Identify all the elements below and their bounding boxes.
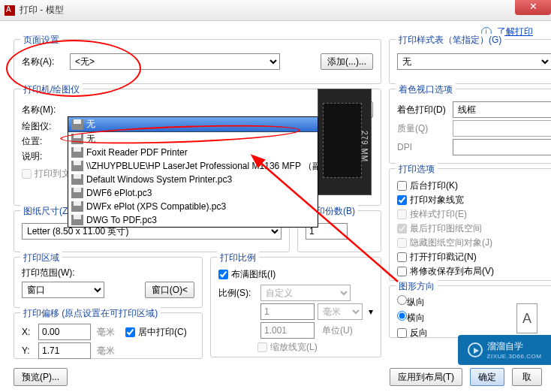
page-setup-group: 页面设置 名称(A): <无> 添加(...)... <box>14 39 381 84</box>
unit-select: 毫米 <box>318 303 363 320</box>
title-bar: 打印 - 模型 ✕ <box>0 0 551 21</box>
apply-layout-button[interactable]: 应用到布局(T) <box>390 368 462 386</box>
plot-offset-group: 打印偏移 (原点设置在可打印区域) X: 毫米 居中打印(C) Y: 毫米 <box>14 312 203 359</box>
lastpaper-checkbox: 最后打印图纸空间 <box>397 222 551 235</box>
dropdown-item[interactable]: DWF6 ePlot.pc3 <box>68 186 318 200</box>
center-checkbox[interactable]: 居中打印(C) <box>125 326 187 339</box>
dpi-label: DPI <box>397 142 450 152</box>
dropdown-item[interactable]: \\ZHUYPBLUE\HP LaserJet Professional M11… <box>68 159 318 173</box>
viewport-title: 着色视口选项 <box>396 83 456 96</box>
dropdown-item[interactable]: Foxit Reader PDF Printer <box>68 146 318 159</box>
plot-style-select[interactable]: 无 <box>397 53 551 70</box>
stamp-checkbox[interactable]: 打开打印戳记(N) <box>397 251 551 264</box>
printer-icon <box>71 201 83 212</box>
fit-checkbox[interactable]: 布满图纸(I) <box>218 268 276 281</box>
style-title: 打印样式表（笔指定）(G) <box>396 34 504 47</box>
bg-print-checkbox[interactable]: 后台打印(K) <box>397 179 551 192</box>
area-title: 打印区域 <box>20 252 62 264</box>
printer-name-label: 名称(M): <box>22 104 67 116</box>
plot-scale-group: 打印比例 布满图纸(I) 比例(S): 自定义 毫米 ▾ <box>210 257 381 357</box>
printer-title: 打印机/绘图仪 <box>20 83 83 96</box>
play-icon <box>468 342 483 357</box>
quality-select <box>453 120 551 137</box>
window-title: 打印 - 模型 <box>20 4 64 17</box>
dpi-input <box>453 139 551 155</box>
cancel-button[interactable]: 取 <box>512 368 542 386</box>
app-icon <box>5 5 15 16</box>
range-label: 打印范围(W): <box>22 267 194 279</box>
printer-icon <box>71 174 83 185</box>
dropdown-item[interactable]: DWFx ePlot (XPS Compatible).pc3 <box>68 200 318 213</box>
range-select[interactable]: 窗口 <box>22 282 104 298</box>
scale-title: 打印比例 <box>217 252 259 264</box>
ratio-label: 比例(S): <box>218 287 257 300</box>
plotter-label: 绘图仪: <box>22 120 67 133</box>
quality-label: 质量(Q) <box>397 122 450 135</box>
paper-title: 图纸尺寸(Z) <box>20 205 74 218</box>
watermark-badge: 溜溜自学ZIXUE.3D66.COM <box>458 335 551 365</box>
viewport-group: 着色视口选项 着色打印(D) 线框 质量(Q) DPI <box>389 89 551 164</box>
printer-icon <box>71 188 83 198</box>
offset-x-unit: 毫米 <box>97 326 115 339</box>
scale-num-input <box>260 303 315 320</box>
plot-style-group: 打印样式表（笔指定）(G) 无 … <box>389 39 551 84</box>
preview-button[interactable]: 预览(P)... <box>14 368 68 386</box>
description-label: 说明: <box>22 150 67 163</box>
footer: 预览(P)... 应用到布局(T) 确定 取 <box>0 368 551 386</box>
save-layout-checkbox[interactable]: 将修改保存到布局(V) <box>397 265 551 278</box>
lw-checkbox[interactable]: 打印对象线宽 <box>397 194 551 207</box>
print-to-file-checkbox: 打印到文 <box>22 167 71 180</box>
paper-preview: 279 MM <box>318 89 372 195</box>
plot-area-group: 打印区域 打印范围(W): 窗口 窗口(O)< <box>14 257 203 308</box>
close-button[interactable]: ✕ <box>515 0 551 15</box>
page-setup-title: 页面设置 <box>20 34 62 47</box>
offset-y-unit: 毫米 <box>97 345 115 357</box>
hidepaper-checkbox: 隐藏图纸空间对象(J) <box>397 237 551 249</box>
scale-den-input <box>260 322 315 339</box>
shade-select[interactable]: 线框 <box>453 101 551 118</box>
location-label: 位置: <box>22 135 67 148</box>
offset-y-input[interactable] <box>38 342 91 359</box>
den-unit-label: 单位(U) <box>322 324 353 337</box>
options-title: 打印选项 <box>396 163 438 176</box>
dropdown-selected[interactable]: 无 <box>68 117 318 132</box>
orientation-preview: A <box>516 303 537 333</box>
dropdown-item[interactable]: Default Windows System Printer.pc3 <box>68 173 318 186</box>
orient-title: 图形方向 <box>396 280 438 293</box>
printer-icon <box>71 147 83 158</box>
printer-icon <box>71 161 83 171</box>
printer-icon <box>71 119 83 130</box>
ratio-select: 自定义 <box>260 285 351 301</box>
styleplot-checkbox: 按样式打印(E) <box>397 208 551 221</box>
printer-icon <box>71 134 83 144</box>
printer-icon <box>71 215 83 225</box>
page-name-select[interactable]: <无> <box>70 53 280 70</box>
plot-options-group: 打印选项 后台打印(K) 打印对象线宽 按样式打印(E) 最后打印图纸空间 隐藏… <box>389 168 551 281</box>
offset-title: 打印偏移 (原点设置在可打印区域) <box>20 307 161 320</box>
dropdown-item[interactable]: 无 <box>68 132 318 146</box>
offset-x-input[interactable] <box>38 324 91 340</box>
ok-button[interactable]: 确定 <box>470 368 504 386</box>
scale-lw-checkbox: 缩放线宽(L) <box>257 341 318 354</box>
shade-label: 着色打印(D) <box>397 104 450 116</box>
printer-name-dropdown[interactable]: 无 无 Foxit Reader PDF Printer \\ZHUYPBLUE… <box>68 116 318 228</box>
window-button[interactable]: 窗口(O)< <box>145 282 194 298</box>
name-label: 名称(A): <box>22 56 67 68</box>
dropdown-item[interactable]: DWG To PDF.pc3 <box>68 213 318 227</box>
add-button[interactable]: 添加(...)... <box>321 53 373 70</box>
preview-size-label: 279 MM <box>360 131 369 162</box>
